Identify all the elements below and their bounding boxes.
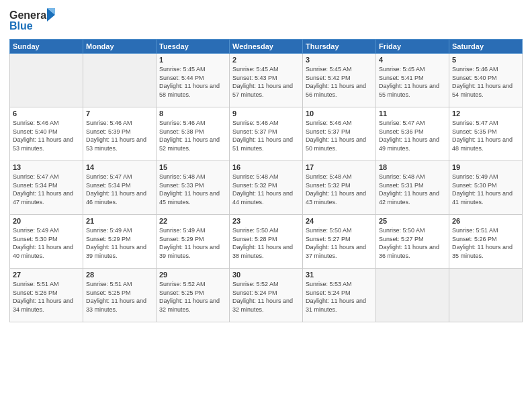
day-number: 13 xyxy=(13,163,80,171)
calendar-cell: 19Sunrise: 5:49 AM Sunset: 5:30 PM Dayli… xyxy=(449,161,523,215)
day-number: 7 xyxy=(86,109,153,118)
header: GeneralBlue xyxy=(9,7,523,35)
calendar-cell: 26Sunrise: 5:51 AM Sunset: 5:26 PM Dayli… xyxy=(449,215,523,269)
day-info: Sunrise: 5:51 AM Sunset: 5:26 PM Dayligh… xyxy=(13,280,80,314)
day-info: Sunrise: 5:48 AM Sunset: 5:32 PM Dayligh… xyxy=(232,173,300,206)
calendar-cell: 2Sunrise: 5:45 AM Sunset: 5:43 PM Daylig… xyxy=(230,54,303,107)
day-info: Sunrise: 5:50 AM Sunset: 5:27 PM Dayligh… xyxy=(306,226,373,260)
header-tuesday: Tuesday xyxy=(157,40,230,54)
day-info: Sunrise: 5:46 AM Sunset: 5:38 PM Dayligh… xyxy=(159,119,226,152)
day-number: 27 xyxy=(13,271,80,279)
calendar-cell: 25Sunrise: 5:50 AM Sunset: 5:27 PM Dayli… xyxy=(376,215,449,269)
day-info: Sunrise: 5:45 AM Sunset: 5:42 PM Dayligh… xyxy=(306,65,373,99)
calendar-cell xyxy=(376,269,449,322)
day-info: Sunrise: 5:48 AM Sunset: 5:31 PM Dayligh… xyxy=(379,173,446,206)
day-number: 12 xyxy=(452,109,519,118)
calendar-cell: 7Sunrise: 5:46 AM Sunset: 5:39 PM Daylig… xyxy=(83,107,157,161)
day-number: 9 xyxy=(232,109,300,118)
day-number: 29 xyxy=(159,271,226,279)
day-info: Sunrise: 5:49 AM Sunset: 5:29 PM Dayligh… xyxy=(86,226,153,260)
calendar-cell: 9Sunrise: 5:46 AM Sunset: 5:37 PM Daylig… xyxy=(230,107,303,161)
calendar-cell: 10Sunrise: 5:46 AM Sunset: 5:37 PM Dayli… xyxy=(303,107,376,161)
svg-text:Blue: Blue xyxy=(9,20,33,32)
day-info: Sunrise: 5:49 AM Sunset: 5:29 PM Dayligh… xyxy=(159,226,226,260)
logo: GeneralBlue xyxy=(9,7,56,35)
day-number: 8 xyxy=(159,109,226,118)
day-number: 28 xyxy=(86,271,153,279)
day-number: 24 xyxy=(306,217,373,225)
day-number: 11 xyxy=(379,109,446,118)
day-info: Sunrise: 5:47 AM Sunset: 5:34 PM Dayligh… xyxy=(13,173,80,206)
day-info: Sunrise: 5:47 AM Sunset: 5:36 PM Dayligh… xyxy=(379,119,446,152)
day-number: 26 xyxy=(452,217,519,225)
day-number: 5 xyxy=(452,56,519,64)
header-wednesday: Wednesday xyxy=(230,40,303,54)
day-number: 6 xyxy=(13,109,80,118)
header-saturday: Saturday xyxy=(449,40,523,54)
day-number: 2 xyxy=(232,56,300,64)
calendar-cell: 6Sunrise: 5:46 AM Sunset: 5:40 PM Daylig… xyxy=(10,107,83,161)
calendar-table: SundayMondayTuesdayWednesdayThursdayFrid… xyxy=(9,39,523,322)
day-info: Sunrise: 5:46 AM Sunset: 5:40 PM Dayligh… xyxy=(452,65,519,99)
week-row-4: 20Sunrise: 5:49 AM Sunset: 5:30 PM Dayli… xyxy=(10,215,523,269)
week-row-2: 6Sunrise: 5:46 AM Sunset: 5:40 PM Daylig… xyxy=(10,107,523,161)
day-number: 30 xyxy=(232,271,300,279)
calendar-cell: 3Sunrise: 5:45 AM Sunset: 5:42 PM Daylig… xyxy=(303,54,376,107)
calendar-cell: 27Sunrise: 5:51 AM Sunset: 5:26 PM Dayli… xyxy=(10,269,83,322)
day-info: Sunrise: 5:49 AM Sunset: 5:30 PM Dayligh… xyxy=(452,173,519,206)
day-info: Sunrise: 5:45 AM Sunset: 5:41 PM Dayligh… xyxy=(379,65,446,99)
day-info: Sunrise: 5:48 AM Sunset: 5:32 PM Dayligh… xyxy=(306,173,373,206)
header-friday: Friday xyxy=(376,40,449,54)
calendar-cell: 15Sunrise: 5:48 AM Sunset: 5:33 PM Dayli… xyxy=(157,161,230,215)
calendar-cell: 16Sunrise: 5:48 AM Sunset: 5:32 PM Dayli… xyxy=(230,161,303,215)
day-number: 1 xyxy=(159,56,226,64)
calendar-cell: 29Sunrise: 5:52 AM Sunset: 5:25 PM Dayli… xyxy=(157,269,230,322)
day-number: 16 xyxy=(232,163,300,171)
calendar-cell: 8Sunrise: 5:46 AM Sunset: 5:38 PM Daylig… xyxy=(157,107,230,161)
calendar-cell: 5Sunrise: 5:46 AM Sunset: 5:40 PM Daylig… xyxy=(449,54,523,107)
day-info: Sunrise: 5:46 AM Sunset: 5:40 PM Dayligh… xyxy=(13,119,80,152)
day-info: Sunrise: 5:51 AM Sunset: 5:25 PM Dayligh… xyxy=(86,280,153,314)
calendar-cell: 31Sunrise: 5:53 AM Sunset: 5:24 PM Dayli… xyxy=(303,269,376,322)
day-info: Sunrise: 5:48 AM Sunset: 5:33 PM Dayligh… xyxy=(159,173,226,206)
day-info: Sunrise: 5:53 AM Sunset: 5:24 PM Dayligh… xyxy=(306,280,373,314)
day-info: Sunrise: 5:49 AM Sunset: 5:30 PM Dayligh… xyxy=(13,226,80,260)
header-sunday: Sunday xyxy=(10,40,83,54)
day-info: Sunrise: 5:45 AM Sunset: 5:43 PM Dayligh… xyxy=(232,65,300,99)
day-info: Sunrise: 5:46 AM Sunset: 5:37 PM Dayligh… xyxy=(232,119,300,152)
calendar-cell xyxy=(449,269,523,322)
day-number: 3 xyxy=(306,56,373,64)
calendar-header-row: SundayMondayTuesdayWednesdayThursdayFrid… xyxy=(10,40,523,54)
header-thursday: Thursday xyxy=(303,40,376,54)
day-number: 10 xyxy=(306,109,373,118)
day-number: 17 xyxy=(306,163,373,171)
calendar-cell: 11Sunrise: 5:47 AM Sunset: 5:36 PM Dayli… xyxy=(376,107,449,161)
day-number: 18 xyxy=(379,163,446,171)
calendar-cell: 21Sunrise: 5:49 AM Sunset: 5:29 PM Dayli… xyxy=(83,215,157,269)
calendar-cell: 13Sunrise: 5:47 AM Sunset: 5:34 PM Dayli… xyxy=(10,161,83,215)
day-info: Sunrise: 5:46 AM Sunset: 5:39 PM Dayligh… xyxy=(86,119,153,152)
calendar-cell: 28Sunrise: 5:51 AM Sunset: 5:25 PM Dayli… xyxy=(83,269,157,322)
day-info: Sunrise: 5:47 AM Sunset: 5:34 PM Dayligh… xyxy=(86,173,153,206)
svg-text:General: General xyxy=(9,9,50,21)
calendar-cell: 18Sunrise: 5:48 AM Sunset: 5:31 PM Dayli… xyxy=(376,161,449,215)
day-number: 21 xyxy=(86,217,153,225)
day-number: 31 xyxy=(306,271,373,279)
week-row-1: 1Sunrise: 5:45 AM Sunset: 5:44 PM Daylig… xyxy=(10,54,523,107)
day-number: 15 xyxy=(159,163,226,171)
day-number: 19 xyxy=(452,163,519,171)
day-info: Sunrise: 5:51 AM Sunset: 5:26 PM Dayligh… xyxy=(452,226,519,260)
day-number: 22 xyxy=(159,217,226,225)
calendar-cell: 17Sunrise: 5:48 AM Sunset: 5:32 PM Dayli… xyxy=(303,161,376,215)
day-number: 14 xyxy=(86,163,153,171)
day-number: 4 xyxy=(379,56,446,64)
calendar-cell: 30Sunrise: 5:52 AM Sunset: 5:24 PM Dayli… xyxy=(230,269,303,322)
calendar-cell: 20Sunrise: 5:49 AM Sunset: 5:30 PM Dayli… xyxy=(10,215,83,269)
page-container: GeneralBlue SundayMondayTuesdayWednesday… xyxy=(0,0,532,329)
day-number: 23 xyxy=(232,217,300,225)
calendar-cell: 22Sunrise: 5:49 AM Sunset: 5:29 PM Dayli… xyxy=(157,215,230,269)
calendar-cell: 4Sunrise: 5:45 AM Sunset: 5:41 PM Daylig… xyxy=(376,54,449,107)
logo-svg: GeneralBlue xyxy=(9,7,56,35)
calendar-cell xyxy=(10,54,83,107)
day-info: Sunrise: 5:50 AM Sunset: 5:28 PM Dayligh… xyxy=(232,226,300,260)
